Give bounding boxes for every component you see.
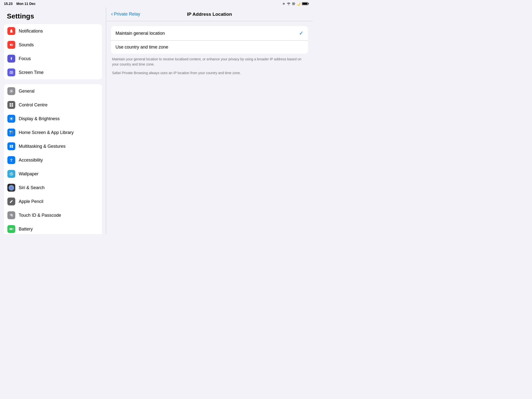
multitasking-label: Multitasking & Gestures [19,144,66,149]
sidebar-title: Settings [4,10,102,24]
svg-point-25 [11,215,12,216]
general-label: General [19,89,34,94]
airplane-icon: ✈ [283,2,285,6]
display-brightness-label: Display & Brightness [19,116,60,121]
svg-rect-22 [12,147,13,148]
svg-rect-21 [12,145,13,146]
wifi-icon [287,2,291,5]
sidebar-item-multitasking[interactable]: Multitasking & Gestures [4,139,102,153]
svg-point-8 [11,90,12,92]
status-date: Mon 11 Dec [17,2,36,6]
right-header: ‹ Private Relay IP Address Location [106,7,313,21]
home-screen-icon [7,129,15,136]
svg-rect-20 [10,145,11,148]
sidebar-item-control-centre[interactable]: Control Centre [4,98,102,112]
svg-rect-28 [10,229,12,230]
battery-label: Battery [19,227,33,232]
sidebar-item-display-brightness[interactable]: Display & Brightness [4,112,102,126]
notifications-label: Notifications [19,29,43,34]
location-icon [292,2,295,5]
wallpaper-label: Wallpaper [19,171,38,177]
notifications-icon [7,27,15,35]
right-content: Maintain general location ✓ Use country … [106,21,313,84]
description-text-1: Maintain your general location to receiv… [111,57,308,70]
page-title: IP Address Location [187,12,232,17]
sidebar-item-wallpaper[interactable]: Wallpaper [4,167,102,181]
svg-rect-4 [302,3,307,5]
svg-rect-12 [12,105,13,107]
control-centre-icon [7,101,15,109]
svg-rect-10 [12,103,13,105]
option-maintain-general-location[interactable]: Maintain general location ✓ [111,26,308,41]
screen-time-icon [7,68,15,76]
status-icons: ✈ 🌙 [283,2,309,6]
svg-rect-16 [10,132,11,133]
siri-search-label: Siri & Search [19,185,45,190]
option-country-timezone[interactable]: Use country and time zone [111,41,308,54]
sounds-label: Sounds [19,42,34,48]
sidebar-item-notifications[interactable]: Notifications [4,24,102,38]
battery-icon [302,2,309,5]
sidebar-item-apple-pencil[interactable]: Apple Pencil [4,195,102,208]
option-country-label: Use country and time zone [116,45,168,50]
svg-point-23 [11,159,12,159]
status-time-date: 15.23 Mon 11 Dec [4,2,35,6]
sidebar-item-screen-time[interactable]: Screen Time [4,66,102,79]
sidebar: Settings Notifications [0,7,106,234]
multitasking-icon [7,142,15,150]
back-label: Private Relay [114,12,140,17]
home-screen-label: Home Screen & App Library [19,130,74,135]
display-brightness-icon [7,115,15,123]
screen-time-label: Screen Time [19,70,44,75]
options-group: Maintain general location ✓ Use country … [111,26,308,54]
touch-id-icon [7,211,15,219]
sidebar-item-focus[interactable]: Focus [4,52,102,66]
sidebar-item-accessibility[interactable]: Accessibility [4,153,102,167]
svg-rect-3 [308,3,309,4]
right-panel: ‹ Private Relay IP Address Location Main… [106,7,313,234]
focus-label: Focus [19,56,31,61]
accessibility-icon [7,156,15,164]
settings-group-2: General Control Centre [4,84,102,234]
svg-rect-18 [10,134,11,134]
sidebar-item-sounds[interactable]: Sounds [4,38,102,52]
status-bar: 15.23 Mon 11 Dec ✈ 🌙 [0,0,313,7]
wallpaper-icon [7,170,15,178]
svg-point-5 [11,29,12,30]
status-time: 15.23 [4,2,13,6]
svg-rect-15 [11,131,12,132]
siri-search-icon [7,184,15,192]
option-maintain-label: Maintain general location [116,31,165,36]
sounds-icon [7,41,15,49]
svg-rect-14 [10,131,11,132]
svg-rect-11 [10,105,11,107]
svg-point-1 [293,3,294,4]
moon-icon: 🌙 [297,2,300,6]
control-centre-label: Control Centre [19,102,48,108]
svg-rect-9 [10,103,11,105]
sidebar-item-siri-search[interactable]: Siri & Search [4,181,102,195]
touch-id-label: Touch ID & Passcode [19,213,61,218]
sidebar-item-battery[interactable]: Battery [4,222,102,234]
sidebar-item-general[interactable]: General [4,84,102,98]
back-button[interactable]: ‹ Private Relay [111,11,140,17]
battery-icon [7,225,15,233]
app-layout: Settings Notifications [0,7,313,234]
apple-pencil-label: Apple Pencil [19,199,43,204]
svg-rect-17 [11,132,12,133]
apple-pencil-icon [7,198,15,205]
settings-group-1: Notifications Sounds Foc [4,24,102,79]
description-text-2: Safari Private Browsing always uses an I… [111,70,308,79]
back-chevron-icon: ‹ [111,11,113,17]
accessibility-label: Accessibility [19,158,43,163]
checkmark-icon: ✓ [299,30,303,36]
svg-rect-27 [13,229,14,230]
svg-rect-19 [13,131,13,134]
sidebar-item-home-screen[interactable]: Home Screen & App Library [4,126,102,139]
sidebar-item-touch-id[interactable]: Touch ID & Passcode [4,208,102,222]
focus-icon [7,55,15,63]
svg-point-13 [11,118,12,120]
general-icon [7,87,15,95]
